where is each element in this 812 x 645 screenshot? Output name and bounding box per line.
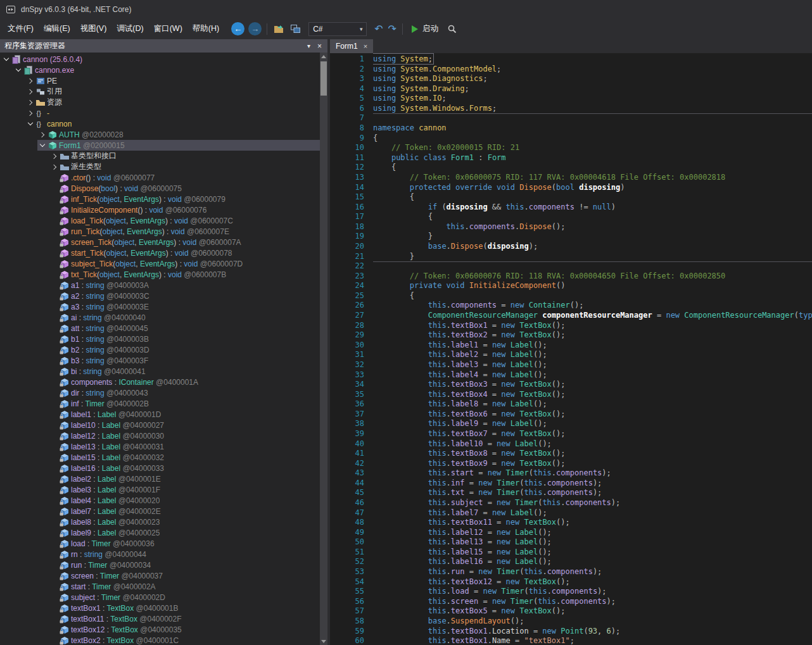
code-editor[interactable]: 1234567891011121314151617181920212223242… <box>330 53 812 645</box>
code-line[interactable]: public class Form1 : Form <box>373 153 812 163</box>
scrollbar-down-arrow[interactable] <box>320 637 327 645</box>
tree-row[interactable]: textBox12 : TextBox @04000035 <box>0 624 320 635</box>
expander-collapsed-icon[interactable] <box>25 111 35 115</box>
tree-row[interactable]: components : IContainer @0400001A <box>0 377 320 387</box>
expander-open-icon[interactable] <box>1 58 11 60</box>
tree-row[interactable]: label4 : Label @04000020 <box>0 495 320 506</box>
code-line[interactable]: } <box>373 232 812 242</box>
code-line[interactable]: base.Dispose(disposing); <box>373 242 812 252</box>
tree-row[interactable]: b1 : string @0400003B <box>0 334 320 344</box>
code-line[interactable]: this.textBox1 = new TextBox(); <box>373 321 812 331</box>
code-line[interactable]: ComponentResourceManager componentResour… <box>373 311 812 321</box>
code-line[interactable]: // Token: 0x06000076 RID: 118 RVA: 0x000… <box>373 272 812 282</box>
code-line[interactable]: this.label7 = new Label(); <box>373 508 812 518</box>
tree-row[interactable]: a2 : string @0400003C <box>0 291 320 301</box>
code-line[interactable]: protected override void Dispose(bool dis… <box>373 183 812 193</box>
language-selector[interactable]: C# ▾ <box>308 22 367 36</box>
code-line[interactable]: this.start = new Timer(this.components); <box>373 468 812 479</box>
tree-row[interactable]: label2 : Label @0400001E <box>0 473 320 484</box>
code-line[interactable]: this.textBox3 = new TextBox(); <box>373 380 812 390</box>
code-line[interactable]: this.textBox11 = new TextBox(); <box>373 518 812 528</box>
tree-row[interactable]: ai : string @04000040 <box>0 312 320 323</box>
tab-form1[interactable]: Form1 × <box>330 39 373 53</box>
code-line[interactable] <box>373 113 812 123</box>
search-button[interactable] <box>445 23 459 35</box>
tree-row[interactable]: b2 : string @0400003D <box>0 344 320 355</box>
tree-row[interactable]: load_Tick(object, EventArgs) : void @060… <box>0 215 320 226</box>
tree-row[interactable]: PE <box>0 75 320 86</box>
tree-row[interactable]: rn : string @04000044 <box>0 549 320 560</box>
code-line[interactable]: this.textBox8 = new TextBox(); <box>373 449 812 459</box>
tree-row[interactable]: screen : Timer @04000037 <box>0 570 320 581</box>
code-line[interactable]: this.components = new Container(); <box>373 301 812 311</box>
tree-row[interactable]: label7 : Label @0400002E <box>0 506 320 517</box>
code-line[interactable]: this.label2 = new Label(); <box>373 350 812 360</box>
expander-collapsed-icon[interactable] <box>25 101 35 104</box>
code-line[interactable]: this.label8 = new Label(); <box>373 399 812 410</box>
tree-row[interactable]: screen_Tick(object, EventArgs) : void @0… <box>0 237 320 247</box>
tree-row[interactable]: label1 : Label @0400001D <box>0 409 320 420</box>
code-line[interactable]: this.textBox2 = new TextBox(); <box>373 330 812 341</box>
code-line[interactable]: using System.ComponentModel; <box>373 65 812 75</box>
tree-row[interactable]: cannon.exe <box>0 65 320 75</box>
assembly-tree[interactable]: cannon (25.6.0.4)cannon.exePE引用资源{}-{}ca… <box>0 53 320 645</box>
tree-row[interactable]: label8 : Label @04000023 <box>0 517 320 527</box>
code-line[interactable]: this.textBox6 = new TextBox(); <box>373 410 812 420</box>
code-line[interactable]: this.run = new Timer(this.components); <box>373 567 812 577</box>
menu-item-5[interactable]: 帮助(H) <box>187 20 224 37</box>
code-line[interactable]: { <box>373 291 812 301</box>
code-line[interactable]: // Token: 0x06000075 RID: 117 RVA: 0x000… <box>373 173 812 183</box>
code-line[interactable]: this.textBox4 = new TextBox(); <box>373 390 812 400</box>
navigate-forward-button[interactable]: → <box>248 22 262 35</box>
tree-row[interactable]: label13 : Label @04000031 <box>0 441 320 452</box>
code-line[interactable]: this.textBox12 = new TextBox(); <box>373 577 812 587</box>
code-line[interactable]: using System.Diagnostics; <box>373 74 812 84</box>
code-line[interactable]: // Token: 0x02000015 RID: 21 <box>373 143 812 153</box>
code-line[interactable]: this.textBox1.Name = "textBox1"; <box>373 636 812 645</box>
code-line[interactable]: using System.IO; <box>373 94 812 104</box>
redo-button[interactable]: ↷ <box>386 24 399 34</box>
tree-row[interactable]: {}cannon <box>0 118 320 129</box>
code-line[interactable]: this.label4 = new Label(); <box>373 370 812 380</box>
code-line[interactable]: this.textBox5 = new TextBox(); <box>373 606 812 617</box>
expander-open-icon[interactable] <box>37 144 48 146</box>
tree-row[interactable]: inf_Tick(object, EventArgs) : void @0600… <box>0 194 320 204</box>
tree-row[interactable]: cannon (25.6.0.4) <box>0 54 320 65</box>
code-line[interactable]: this.inf = new Timer(this.components); <box>373 479 812 489</box>
expander-open-icon[interactable] <box>13 69 23 71</box>
tree-row[interactable]: label10 : Label @04000027 <box>0 420 320 430</box>
tree-row[interactable]: txt_Tick(object, EventArgs) : void @0600… <box>0 269 320 280</box>
code-line[interactable]: this.label15 = new Label(); <box>373 548 812 558</box>
code-line[interactable]: namespace cannon <box>373 123 812 134</box>
tree-row[interactable]: label16 : Label @04000033 <box>0 463 320 473</box>
code-line[interactable]: using System.Windows.Forms; <box>373 104 812 114</box>
tree-row[interactable]: Form1 @02000015 <box>0 140 320 151</box>
tree-row[interactable]: run : Timer @04000034 <box>0 560 320 570</box>
tab-close-icon[interactable]: × <box>364 43 367 50</box>
tree-row[interactable]: a3 : string @0400003E <box>0 301 320 312</box>
tree-row[interactable]: label12 : Label @04000030 <box>0 430 320 441</box>
code-line[interactable]: this.label1 = new Label(); <box>373 341 812 351</box>
expander-collapsed-icon[interactable] <box>25 90 35 94</box>
code-line[interactable]: using System; <box>373 54 812 65</box>
code-line[interactable]: this.textBox9 = new TextBox(); <box>373 459 812 469</box>
menu-item-0[interactable]: 文件(F) <box>3 20 39 37</box>
windows-button[interactable] <box>288 23 302 35</box>
code-area[interactable]: using System;using System.ComponentModel… <box>373 53 812 645</box>
code-line[interactable]: this.label9 = new Label(); <box>373 419 812 429</box>
menu-item-1[interactable]: 编辑(E) <box>39 20 75 37</box>
tree-row[interactable]: label9 : Label @04000025 <box>0 527 320 538</box>
tree-row[interactable]: a1 : string @0400003A <box>0 280 320 291</box>
code-line[interactable]: this.load = new Timer(this.components); <box>373 587 812 597</box>
tree-row[interactable]: label3 : Label @0400001F <box>0 484 320 495</box>
code-line[interactable]: this.label12 = new Label(); <box>373 528 812 538</box>
tree-row[interactable]: run_Tick(object, EventArgs) : void @0600… <box>0 226 320 237</box>
code-line[interactable]: this.screen = new Timer(this.components)… <box>373 597 812 607</box>
tree-row[interactable]: start_Tick(object, EventArgs) : void @06… <box>0 247 320 258</box>
panel-menu-chevron-icon[interactable]: ▾ <box>303 43 314 49</box>
code-line[interactable]: this.textBox7 = new TextBox(); <box>373 429 812 439</box>
tree-row[interactable]: subject_Tick(object, EventArgs) : void @… <box>0 258 320 269</box>
code-line[interactable]: this.textBox1.Location = new Point(93, 6… <box>373 627 812 637</box>
code-line[interactable]: this.txt = new Timer(this.components); <box>373 488 812 498</box>
tree-row[interactable]: Dispose(bool) : void @06000075 <box>0 183 320 194</box>
